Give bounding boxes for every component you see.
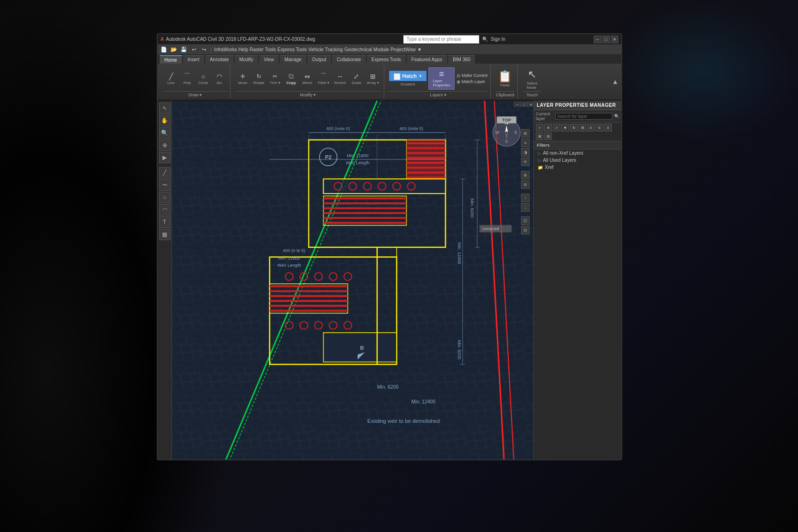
vrt-btn-4[interactable]: ✛ <box>521 158 530 166</box>
clipboard-group-label[interactable]: Clipboard <box>495 91 514 97</box>
modify-fillet-button[interactable]: ⌒ Fillet ▾ <box>316 71 331 86</box>
tab-featured[interactable]: Featured Apps <box>407 55 447 64</box>
ribbon-collapse-button[interactable]: ▲ <box>612 78 618 85</box>
search-icon[interactable]: 🔍 <box>482 37 488 42</box>
cad-viewport[interactable]: 400 (note 5) 400 (note 5) Min. 11800 Wei… <box>172 101 533 460</box>
select-mode-button[interactable]: ↖ SelectMode <box>522 67 542 91</box>
modify-trim-button[interactable]: ✂ Trim ▾ <box>267 71 283 86</box>
lt-select-button[interactable]: ↖ <box>159 103 171 114</box>
modify-scale-button[interactable]: ⤢ Scale <box>349 71 364 86</box>
draw-group-label[interactable]: Draw ▾ <box>163 91 227 97</box>
menu-express-tools[interactable]: Express Tools <box>277 47 307 52</box>
search-input[interactable] <box>403 35 479 44</box>
vrt-btn-3[interactable]: ◑ <box>521 148 530 157</box>
lp-delete-layer[interactable]: ✕ <box>544 124 552 131</box>
make-current-button[interactable]: ⊙Make Current <box>456 73 488 78</box>
tab-bim360[interactable]: BIM 360 <box>448 55 475 64</box>
modify-array-button[interactable]: ⊞ Array ▾ <box>365 71 380 86</box>
lp-col4[interactable]: ⊞ <box>536 132 543 140</box>
main-content: ↖ ✋ 🔍 ⊕ ▶ ╱ 〜 ○ ◠ T ▦ <box>158 101 621 460</box>
lp-col2[interactable]: ≡ <box>596 124 603 131</box>
vrt-btn-9[interactable]: ⊡ <box>521 216 530 225</box>
tab-manage[interactable]: Manage <box>280 55 306 64</box>
sign-in-button[interactable]: Sign In <box>491 37 505 42</box>
lt-polyline-button[interactable]: 〜 <box>159 179 171 191</box>
modify-copy-button[interactable]: ⿻ Copy <box>284 71 299 86</box>
lp-col3[interactable]: ≡ <box>604 124 612 131</box>
lt-circle-button[interactable]: ○ <box>159 192 171 203</box>
lt-showmotion-button[interactable]: ▶ <box>159 152 171 163</box>
modify-move-button[interactable]: ✛ Move <box>235 71 250 86</box>
modify-group-label[interactable]: Modify ▾ <box>235 91 381 97</box>
layer-properties-button[interactable]: ≡ LayerProperties <box>428 67 454 90</box>
menu-geotechnical[interactable]: Geotechnical Module <box>344 47 389 52</box>
modify-stretch-button[interactable]: ↔ Stretch <box>332 71 348 86</box>
lt-text-button[interactable]: T <box>159 216 171 228</box>
menu-projectwise[interactable]: ProjectWise <box>390 47 416 52</box>
maximize-button[interactable]: □ <box>602 36 610 43</box>
draw-arc-button[interactable]: ◠ Arc <box>212 71 227 86</box>
filter-all-used[interactable]: ▷ All Used Layers <box>534 157 621 164</box>
draw-line-button[interactable]: ╱ Line <box>163 71 179 86</box>
qa-new-button[interactable]: 📄 <box>160 45 168 54</box>
svg-text:B: B <box>360 345 364 351</box>
draw-circle-button[interactable]: ○ Circle <box>196 71 211 86</box>
tab-output[interactable]: Output <box>307 55 331 64</box>
vrt-btn-5[interactable]: ⊕ <box>521 171 530 179</box>
svg-text:400 (note 5): 400 (note 5) <box>326 126 350 131</box>
paste-button[interactable]: 📋 Paste <box>495 69 514 88</box>
lp-set-current[interactable]: ✓ <box>553 124 560 131</box>
layer-search-input[interactable] <box>555 113 612 120</box>
layer-search-icon[interactable]: 🔍 <box>614 114 619 119</box>
lp-settings[interactable]: ⚙ <box>579 124 586 131</box>
minimize-button[interactable]: ─ <box>594 36 601 43</box>
lt-zoom-button[interactable]: 🔍 <box>159 127 171 139</box>
vrt-btn-8[interactable]: ↓ <box>521 203 530 212</box>
qa-save-button[interactable]: 💾 <box>180 45 188 54</box>
tab-insert[interactable]: Insert <box>183 55 204 64</box>
lt-orbit-button[interactable]: ⊕ <box>159 140 171 151</box>
tab-view[interactable]: View <box>259 55 279 64</box>
lt-pan-button[interactable]: ✋ <box>159 115 171 126</box>
vrt-btn-6[interactable]: ⊖ <box>521 180 530 189</box>
menu-help[interactable]: Help <box>238 47 248 52</box>
close-button[interactable]: ✕ <box>611 36 618 43</box>
menu-expand[interactable]: ▼ <box>417 47 422 52</box>
filter-all-nonxref[interactable]: ▷ All non-Xref Layers <box>534 149 621 157</box>
vrt-btn-7[interactable]: ↑ <box>521 194 530 202</box>
hatch-dropdown[interactable]: ▦ Hatch ▼ <box>389 71 427 81</box>
tab-modify[interactable]: Modify <box>235 55 258 64</box>
qa-redo-button[interactable]: ↪ <box>200 45 208 54</box>
draw-polyline-button[interactable]: ⌒ Poly <box>180 71 195 86</box>
svg-text:W: W <box>495 130 500 135</box>
tab-annotate[interactable]: Annotate <box>205 55 234 64</box>
filter-xref[interactable]: 📁 Xref <box>534 164 621 171</box>
tab-collaborate[interactable]: Collaborate <box>332 55 366 64</box>
lt-line-button[interactable]: ╱ <box>159 167 171 178</box>
vrt-btn-10[interactable]: ⊟ <box>521 226 530 234</box>
svg-text:Min. 8200: Min. 8200 <box>470 198 475 218</box>
lt-hatch-button[interactable]: ▦ <box>159 229 171 240</box>
menu-vehicle-tracking[interactable]: Vehicle Tracking <box>308 47 343 52</box>
modify-rotate-button[interactable]: ↻ Rotate <box>251 71 266 86</box>
tab-home[interactable]: Home <box>160 55 182 64</box>
vrt-btn-1[interactable]: ⊞ <box>521 129 530 138</box>
qa-open-button[interactable]: 📂 <box>170 45 178 54</box>
match-layer-button[interactable]: ⊕Match Layer <box>456 79 488 84</box>
lp-show-filters[interactable]: ▼ <box>561 124 569 131</box>
menu-infraworks[interactable]: InfraWorks <box>214 47 237 52</box>
menu-raster-tools[interactable]: Raster Tools <box>250 47 276 52</box>
lp-col5[interactable]: ⊟ <box>544 132 552 140</box>
touch-group-label[interactable]: Touch <box>522 91 542 97</box>
svg-text:E: E <box>514 130 517 135</box>
lp-new-layer[interactable]: + <box>536 124 543 131</box>
vrt-btn-2[interactable]: ≡ <box>521 139 530 147</box>
layers-group-label[interactable]: Layers ▾ <box>389 91 487 97</box>
qa-undo-button[interactable]: ↩ <box>190 45 198 54</box>
lp-col1[interactable]: ≡ <box>587 124 595 131</box>
lt-arc-button[interactable]: ◠ <box>159 204 171 215</box>
modify-mirror-button[interactable]: ⇔ Mirror <box>300 71 315 86</box>
lp-refresh[interactable]: ↻ <box>570 124 578 131</box>
tab-express[interactable]: Express Tools <box>367 55 406 64</box>
filter-icon-1: ▷ <box>538 151 541 156</box>
